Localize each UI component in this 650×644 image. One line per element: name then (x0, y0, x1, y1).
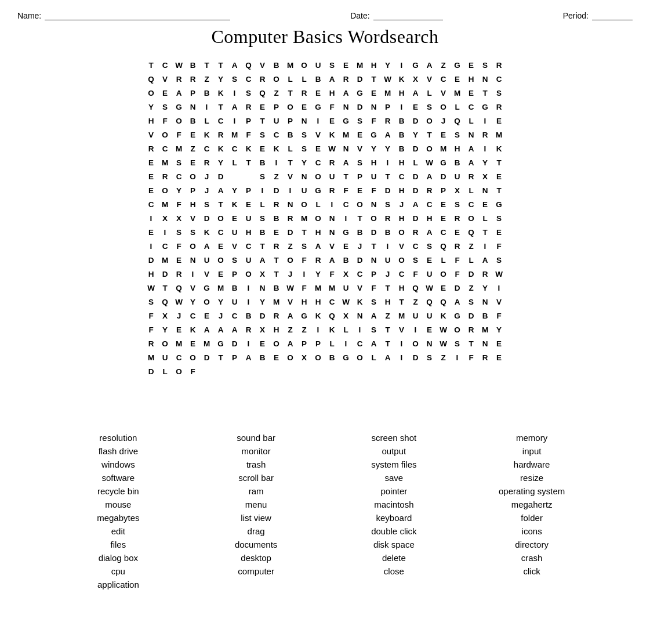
grid-cell: P (437, 183, 451, 197)
word-item: keyboard (328, 513, 460, 523)
grid-cell: I (395, 100, 409, 114)
grid-cell: V (311, 128, 325, 142)
grid-cell: G (451, 309, 464, 323)
grid-cell: H (395, 183, 409, 197)
grid-cell: U (242, 253, 256, 267)
grid-cell: T (478, 86, 492, 100)
grid-cell: H (325, 86, 339, 100)
grid-cell: D (158, 267, 172, 281)
word-item: double click (328, 526, 460, 536)
grid-cell: S (409, 253, 423, 267)
grid-cell: O (284, 350, 297, 364)
grid-cell: S (228, 72, 242, 86)
grid-cell: B (256, 225, 270, 239)
grid-cell: B (395, 142, 409, 155)
grid-cell: C (311, 155, 325, 169)
grid-cell: T (284, 86, 297, 100)
grid-cell: I (409, 323, 423, 337)
grid-cell: N (297, 114, 311, 128)
grid-cell: B (270, 211, 284, 225)
grid-cell: F (325, 100, 339, 114)
grid-cell: T (256, 239, 270, 253)
grid-cell: N (325, 225, 339, 239)
grid-cell: J (437, 114, 451, 128)
grid-cell: W (423, 155, 437, 169)
grid-cell: S (158, 100, 172, 114)
grid-cell: V (200, 267, 214, 281)
grid-cell: D (437, 169, 451, 183)
grid-cell: K (437, 309, 451, 323)
grid-cell: I (297, 267, 311, 281)
grid-cell: U (423, 309, 437, 323)
grid-cell: X (451, 183, 464, 197)
grid-cell: T (284, 155, 297, 169)
grid-cell: V (353, 142, 367, 155)
grid-cell: K (353, 295, 367, 309)
grid-cell: P (311, 337, 325, 350)
grid-cell: O (311, 350, 325, 364)
period-field: Period: (563, 10, 633, 20)
period-underline (592, 10, 633, 20)
grid-cell: R (242, 323, 256, 337)
grid-cell: S (353, 155, 367, 169)
grid-cell: U (311, 58, 325, 72)
grid-cell: E (325, 114, 339, 128)
grid-cell: T (158, 281, 172, 295)
grid-cell: O (284, 253, 297, 267)
grid-cell: H (297, 295, 311, 309)
grid-cell: A (339, 155, 353, 169)
grid-cell: H (144, 114, 158, 128)
word-item: pointer (328, 486, 460, 496)
grid-cell: B (395, 128, 409, 142)
grid-cell: Y (214, 72, 228, 86)
grid-cell: L (464, 114, 478, 128)
grid-cell: E (478, 197, 492, 211)
grid-cell: M (478, 323, 492, 337)
grid-cell: J (284, 267, 297, 281)
grid-cell: S (492, 211, 506, 225)
word-item: monitor (190, 446, 322, 456)
grid-cell: U (423, 267, 437, 281)
grid-cell: Z (409, 295, 423, 309)
grid-cell: K (270, 142, 284, 155)
grid-cell: J (200, 169, 214, 183)
grid-cell: N (325, 211, 339, 225)
word-item: software (52, 473, 184, 483)
grid-cell: G (311, 183, 325, 197)
grid-cell: T (367, 72, 381, 86)
word-item: windows (52, 460, 184, 469)
grid-cell: C (437, 225, 451, 239)
grid-cell: Y (144, 100, 158, 114)
grid-cell: D (214, 169, 228, 183)
grid-cell: C (172, 169, 186, 183)
grid-cell: F (409, 267, 423, 281)
grid-cell: H (395, 155, 409, 169)
grid-cell: E (144, 155, 158, 169)
grid-cell: M (172, 337, 186, 350)
grid-cell: N (339, 100, 353, 114)
grid-cell: R (492, 58, 506, 72)
grid-cell: Q (242, 58, 256, 72)
grid-cell: F (339, 183, 353, 197)
grid-cell: R (478, 350, 492, 364)
grid-cell: O (270, 72, 284, 86)
grid-cell: C (158, 58, 172, 72)
grid-cell: H (242, 225, 256, 239)
grid-cell: V (353, 281, 367, 295)
grid-cell: K (186, 323, 200, 337)
grid-cell: O (186, 169, 200, 183)
grid-cell: F (451, 267, 464, 281)
word-item: desktop (190, 553, 322, 563)
grid-cell: S (256, 211, 270, 225)
grid-cell: P (353, 169, 367, 183)
grid-cell: V (284, 295, 297, 309)
grid-cell: H (186, 197, 200, 211)
grid-cell: S (256, 169, 270, 183)
grid-cell: J (353, 239, 367, 253)
grid-cell: E (353, 128, 367, 142)
grid-cell: R (284, 211, 297, 225)
grid-cell: W (284, 281, 297, 295)
grid-cell: Y (492, 323, 506, 337)
grid-cell: G (353, 86, 367, 100)
grid-cell: I (200, 100, 214, 114)
